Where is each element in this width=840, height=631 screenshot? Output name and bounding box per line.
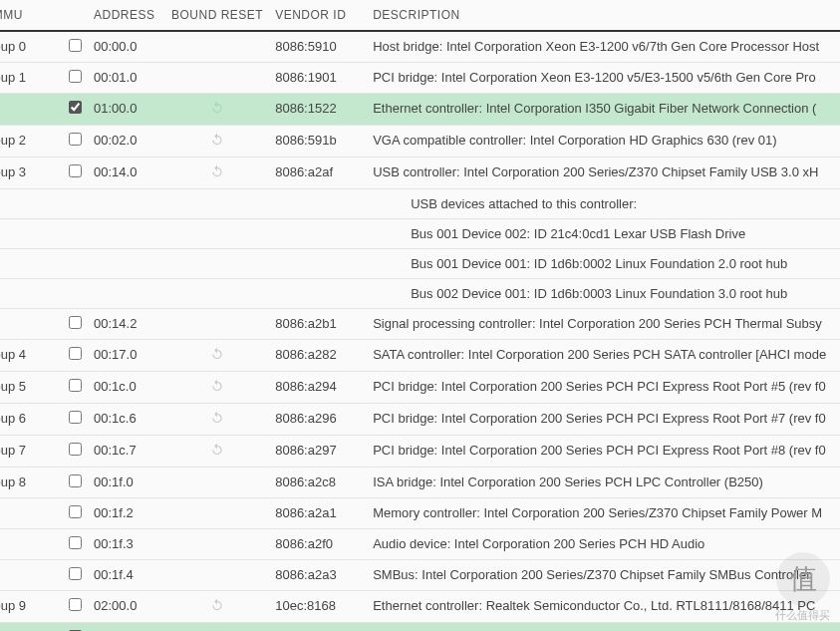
- cell-vendor: 168c:003c: [269, 623, 367, 632]
- cell-iommu: Group 3: [0, 158, 63, 189]
- cell-description: PCI bridge: Intel Corporation 200 Series…: [367, 372, 840, 404]
- header-vendor-id: VENDOR ID: [269, 0, 367, 31]
- cell-description: Signal processing controller: Intel Corp…: [367, 309, 840, 340]
- cell-reset: [165, 468, 269, 498]
- cell-iommu: [0, 529, 63, 560]
- cell-address: 00:1f.2: [88, 498, 165, 529]
- cell-vendor: 8086:a2b1: [269, 309, 367, 340]
- table-row: 00:1f.48086:a2a3SMBus: Intel Corporation…: [0, 560, 840, 591]
- reset-icon: [210, 443, 224, 460]
- row-checkbox[interactable]: [69, 411, 82, 424]
- row-checkbox[interactable]: [69, 133, 82, 146]
- cell-iommu: Group 8: [0, 468, 63, 498]
- cell-iommu: Group 1: [0, 63, 63, 94]
- table-row: 01:00.08086:1522Ethernet controller: Int…: [0, 94, 840, 126]
- cell-description: Ethernet controller: Intel Corporation I…: [367, 94, 840, 126]
- cell-iommu: Group 2: [0, 126, 63, 158]
- cell-sub-description: Bus 001 Device 001: ID 1d6b:0002 Linux F…: [367, 249, 840, 279]
- reset-icon: [210, 101, 224, 118]
- cell-iommu: Group 4: [0, 340, 63, 372]
- table-row: Group 200:02.08086:591bVGA compatible co…: [0, 126, 840, 158]
- cell-address: 00:00.0: [88, 31, 165, 63]
- header-address: ADDRESS: [88, 0, 165, 31]
- cell-description: Memory controller: Intel Corporation 200…: [367, 498, 840, 529]
- row-checkbox[interactable]: [69, 347, 82, 360]
- cell-vendor: 8086:a282: [269, 340, 367, 372]
- cell-address: 01:00.0: [88, 94, 165, 126]
- cell-address: 02:00.0: [88, 591, 165, 623]
- cell-iommu: Group 7: [0, 436, 63, 468]
- cell-description: PCI bridge: Intel Corporation 200 Series…: [367, 436, 840, 468]
- row-checkbox[interactable]: [69, 316, 82, 329]
- cell-address: 00:02.0: [88, 126, 165, 158]
- row-checkbox[interactable]: [69, 598, 82, 611]
- cell-vendor: 8086:591b: [269, 126, 367, 158]
- cell-iommu: Group 9: [0, 591, 63, 623]
- row-checkbox[interactable]: [69, 505, 82, 518]
- row-checkbox[interactable]: [69, 39, 82, 52]
- cell-vendor: 8086:a296: [269, 404, 367, 436]
- cell-reset: [165, 309, 269, 340]
- cell-vendor: 8086:a2a1: [269, 498, 367, 529]
- table-row: Group 700:1c.78086:a297PCI bridge: Intel…: [0, 436, 840, 468]
- cell-reset: [165, 31, 269, 63]
- row-checkbox[interactable]: [69, 443, 82, 456]
- cell-description: Network controller: Qualcomm Atheros QCA…: [367, 623, 840, 632]
- reset-icon: [210, 347, 224, 364]
- cell-description: USB controller: Intel Corporation 200 Se…: [367, 158, 840, 189]
- cell-description: SMBus: Intel Corporation 200 Series/Z370…: [367, 560, 840, 591]
- reset-icon: [210, 164, 224, 181]
- table-row: Group 800:1f.08086:a2c8ISA bridge: Intel…: [0, 468, 840, 498]
- cell-iommu: Group 0: [0, 31, 63, 63]
- cell-description: PCI bridge: Intel Corporation 200 Series…: [367, 404, 840, 436]
- cell-reset: [165, 623, 269, 632]
- row-checkbox[interactable]: [69, 101, 82, 114]
- cell-address: 00:1c.6: [88, 404, 165, 436]
- table-row: Group 100:01.08086:1901PCI bridge: Intel…: [0, 63, 840, 94]
- header-bound-reset: BOUND RESET: [165, 0, 269, 31]
- row-checkbox[interactable]: [69, 474, 82, 487]
- row-checkbox[interactable]: [69, 567, 82, 580]
- cell-sub-description: USB devices attached to this controller:: [367, 189, 840, 219]
- cell-address: 00:14.0: [88, 158, 165, 189]
- cell-address: 00:01.0: [88, 63, 165, 94]
- cell-description: PCI bridge: Intel Corporation Xeon E3-12…: [367, 63, 840, 94]
- cell-iommu: [0, 498, 63, 529]
- header-iommu: IOMMU: [0, 0, 63, 31]
- table-row: Group 000:00.08086:5910Host bridge: Inte…: [0, 31, 840, 63]
- cell-reset: [165, 560, 269, 591]
- cell-iommu: Group 10: [0, 623, 63, 632]
- cell-vendor: 10ec:8168: [269, 591, 367, 623]
- cell-vendor: 8086:1522: [269, 94, 367, 126]
- cell-vendor: 8086:a2f0: [269, 529, 367, 560]
- table-row: Group 500:1c.08086:a294PCI bridge: Intel…: [0, 372, 840, 404]
- header-checkbox: [63, 0, 88, 31]
- table-row: 00:1f.28086:a2a1Memory controller: Intel…: [0, 498, 840, 529]
- table-row: Group 600:1c.68086:a296PCI bridge: Intel…: [0, 404, 840, 436]
- cell-reset: [165, 94, 269, 126]
- header-description: DESCRIPTION: [367, 0, 840, 31]
- cell-vendor: 8086:a2af: [269, 158, 367, 189]
- table-row: 00:14.28086:a2b1Signal processing contro…: [0, 309, 840, 340]
- cell-reset: [165, 372, 269, 404]
- table-row: Group 300:14.08086:a2afUSB controller: I…: [0, 158, 840, 189]
- row-checkbox[interactable]: [69, 379, 82, 392]
- cell-vendor: 8086:1901: [269, 63, 367, 94]
- cell-description: Host bridge: Intel Corporation Xeon E3-1…: [367, 31, 840, 63]
- table-row: 00:1f.38086:a2f0Audio device: Intel Corp…: [0, 529, 840, 560]
- cell-iommu: Group 5: [0, 372, 63, 404]
- row-checkbox[interactable]: [69, 164, 82, 177]
- cell-reset: [165, 529, 269, 560]
- table-sub-row: USB devices attached to this controller:: [0, 189, 840, 219]
- reset-icon: [210, 598, 224, 615]
- cell-address: 00:1f.3: [88, 529, 165, 560]
- cell-reset: [165, 436, 269, 468]
- cell-iommu: [0, 309, 63, 340]
- cell-reset: [165, 498, 269, 529]
- cell-sub-description: Bus 002 Device 001: ID 1d6b:0003 Linux F…: [367, 279, 840, 309]
- cell-sub-description: Bus 001 Device 002: ID 21c4:0cd1 Lexar U…: [367, 219, 840, 249]
- cell-address: 00:14.2: [88, 309, 165, 340]
- row-checkbox[interactable]: [69, 536, 82, 549]
- reset-icon: [210, 411, 224, 428]
- row-checkbox[interactable]: [69, 70, 82, 83]
